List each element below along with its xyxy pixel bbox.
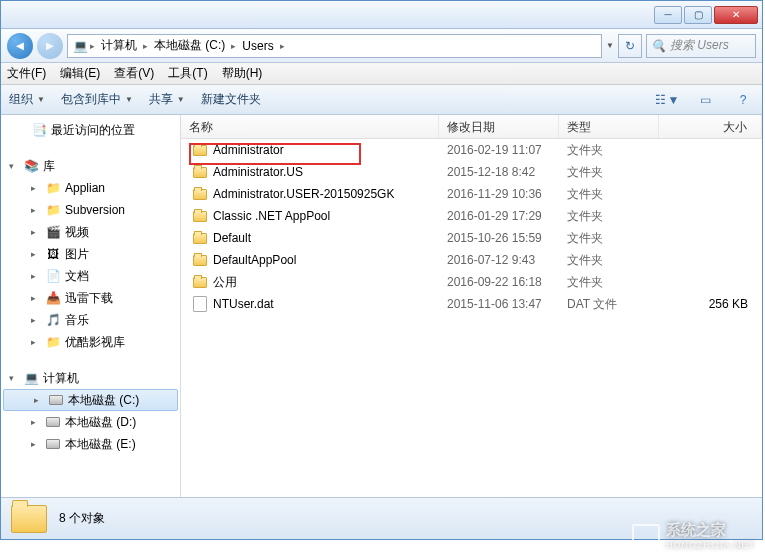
expand-icon[interactable]: ▸ [31, 227, 41, 237]
folder-icon [193, 233, 207, 244]
menu-bar: 文件(F) 编辑(E) 查看(V) 工具(T) 帮助(H) [1, 63, 762, 85]
collapse-icon[interactable]: ▾ [9, 373, 19, 383]
expand-icon[interactable]: ▸ [31, 205, 41, 215]
watermark: 系统之家 HONGZHIJIA.NET [632, 521, 755, 550]
search-icon: 🔍 [651, 39, 666, 53]
toolbar: 组织▼ 包含到库中▼ 共享▼ 新建文件夹 ☷▼ ▭ ? [1, 85, 762, 115]
maximize-button[interactable]: ▢ [684, 6, 712, 24]
file-icon [193, 296, 207, 312]
col-date[interactable]: 修改日期 [439, 115, 559, 138]
menu-view[interactable]: 查看(V) [114, 65, 154, 82]
tree-lib-item[interactable]: ▸📥迅雷下载 [1, 287, 180, 309]
menu-edit[interactable]: 编辑(E) [60, 65, 100, 82]
tree-drive-item[interactable]: ▸本地磁盘 (D:) [1, 411, 180, 433]
explorer-window: ─ ▢ ✕ ◄ ► 💻 ▸ 计算机 ▸ 本地磁盘 (C:) ▸ Users ▸ … [0, 0, 763, 540]
crumb-drive[interactable]: 本地磁盘 (C:) [150, 37, 229, 54]
computer-icon: 💻 [23, 370, 39, 386]
expand-icon[interactable]: ▸ [34, 395, 44, 405]
chevron-right-icon: ▸ [280, 41, 285, 51]
expand-icon[interactable]: ▸ [31, 417, 41, 427]
expand-icon[interactable]: ▸ [31, 439, 41, 449]
col-size[interactable]: 大小 [659, 115, 762, 138]
list-item[interactable]: Administrator.USER-20150925GK2016-11-29 … [181, 183, 762, 205]
list-item[interactable]: Administrator.US2015-12-18 8:42文件夹 [181, 161, 762, 183]
list-item[interactable]: Classic .NET AppPool2016-01-29 17:29文件夹 [181, 205, 762, 227]
breadcrumb[interactable]: 💻 ▸ 计算机 ▸ 本地磁盘 (C:) ▸ Users ▸ [67, 34, 602, 58]
list-item[interactable]: Administrator2016-02-19 11:07文件夹 [181, 139, 762, 161]
tree-drive-item[interactable]: ▸本地磁盘 (E:) [1, 433, 180, 455]
disk-icon [45, 414, 61, 430]
expand-icon[interactable]: ▸ [31, 271, 41, 281]
watermark-logo-icon [632, 524, 660, 548]
history-dropdown-icon[interactable]: ▼ [606, 41, 614, 50]
share-button[interactable]: 共享▼ [149, 91, 185, 108]
folder-icon: 📥 [45, 290, 61, 306]
folder-icon: 🎬 [45, 224, 61, 240]
menu-tools[interactable]: 工具(T) [168, 65, 207, 82]
organize-button[interactable]: 组织▼ [9, 91, 45, 108]
collapse-icon[interactable]: ▾ [9, 161, 19, 171]
forward-button[interactable]: ► [37, 33, 63, 59]
disk-icon [48, 392, 64, 408]
menu-help[interactable]: 帮助(H) [222, 65, 263, 82]
menu-file[interactable]: 文件(F) [7, 65, 46, 82]
tree-lib-item[interactable]: ▸📄文档 [1, 265, 180, 287]
folder-icon: 📄 [45, 268, 61, 284]
expand-icon[interactable]: ▸ [31, 183, 41, 193]
chevron-right-icon: ▸ [143, 41, 148, 51]
minimize-button[interactable]: ─ [654, 6, 682, 24]
tree-lib-item[interactable]: ▸📁Subversion [1, 199, 180, 221]
folder-icon [193, 145, 207, 156]
folder-icon [11, 505, 47, 533]
folder-icon [193, 255, 207, 266]
view-options-button[interactable]: ☷▼ [656, 89, 678, 111]
crumb-computer[interactable]: 计算机 [97, 37, 141, 54]
tree-lib-item[interactable]: ▸🎬视频 [1, 221, 180, 243]
tree-libraries[interactable]: ▾📚库 [1, 155, 180, 177]
status-text: 8 个对象 [59, 510, 105, 527]
expand-icon[interactable]: ▸ [31, 315, 41, 325]
expand-icon[interactable]: ▸ [31, 249, 41, 259]
nav-tree: 📑最近访问的位置 ▾📚库 ▸📁Applian▸📁Subversion▸🎬视频▸🖼… [1, 115, 181, 539]
list-item[interactable]: NTUser.dat2015-11-06 13:47DAT 文件256 KB [181, 293, 762, 315]
folder-icon: 📁 [45, 334, 61, 350]
tree-lib-item[interactable]: ▸📁Applian [1, 177, 180, 199]
back-button[interactable]: ◄ [7, 33, 33, 59]
folder-icon [193, 167, 207, 178]
folder-icon [193, 211, 207, 222]
list-body: Administrator2016-02-19 11:07文件夹Administ… [181, 139, 762, 522]
col-type[interactable]: 类型 [559, 115, 659, 138]
titlebar: ─ ▢ ✕ [1, 1, 762, 29]
file-list: 名称 修改日期 类型 大小 Administrator2016-02-19 11… [181, 115, 762, 539]
tree-recent[interactable]: 📑最近访问的位置 [1, 119, 180, 141]
expand-icon[interactable]: ▸ [31, 293, 41, 303]
body: 📑最近访问的位置 ▾📚库 ▸📁Applian▸📁Subversion▸🎬视频▸🖼… [1, 115, 762, 539]
tree-lib-item[interactable]: ▸🎵音乐 [1, 309, 180, 331]
list-header: 名称 修改日期 类型 大小 [181, 115, 762, 139]
chevron-right-icon: ▸ [231, 41, 236, 51]
help-button[interactable]: ? [732, 89, 754, 111]
tree-lib-item[interactable]: ▸📁优酷影视库 [1, 331, 180, 353]
chevron-right-icon: ▸ [90, 41, 95, 51]
library-icon: 📚 [23, 158, 39, 174]
col-name[interactable]: 名称 [181, 115, 439, 138]
expand-icon[interactable]: ▸ [31, 337, 41, 347]
folder-icon: 🖼 [45, 246, 61, 262]
preview-pane-button[interactable]: ▭ [694, 89, 716, 111]
search-input[interactable]: 🔍 搜索 Users [646, 34, 756, 58]
newfolder-button[interactable]: 新建文件夹 [201, 91, 261, 108]
folder-icon: 📁 [45, 202, 61, 218]
list-item[interactable]: DefaultAppPool2016-07-12 9:43文件夹 [181, 249, 762, 271]
include-button[interactable]: 包含到库中▼ [61, 91, 133, 108]
tree-computer[interactable]: ▾💻计算机 [1, 367, 180, 389]
disk-icon [45, 436, 61, 452]
tree-lib-item[interactable]: ▸🖼图片 [1, 243, 180, 265]
tree-drive-item[interactable]: ▸本地磁盘 (C:) [3, 389, 178, 411]
list-item[interactable]: Default2015-10-26 15:59文件夹 [181, 227, 762, 249]
nav-bar: ◄ ► 💻 ▸ 计算机 ▸ 本地磁盘 (C:) ▸ Users ▸ ▼ ↻ 🔍 … [1, 29, 762, 63]
close-button[interactable]: ✕ [714, 6, 758, 24]
crumb-folder[interactable]: Users [238, 39, 277, 53]
refresh-button[interactable]: ↻ [618, 34, 642, 58]
list-item[interactable]: 公用2016-09-22 16:18文件夹 [181, 271, 762, 293]
computer-icon: 💻 [72, 38, 88, 54]
